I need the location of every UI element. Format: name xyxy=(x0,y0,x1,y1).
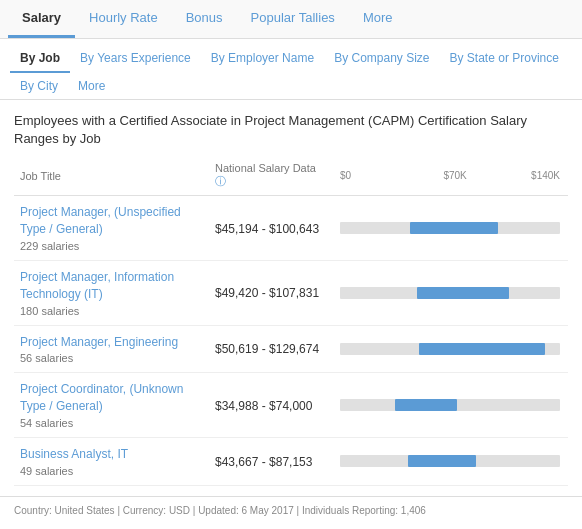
axis-label-70k: $70K xyxy=(443,170,466,181)
content-title: Employees with a Certified Associate in … xyxy=(14,112,568,148)
subtab-bar: By JobBy Years ExperienceBy Employer Nam… xyxy=(0,39,582,100)
salary-count: 229 salaries xyxy=(20,240,203,252)
tab-salary[interactable]: Salary xyxy=(8,0,75,38)
subtab-by-state-or-province[interactable]: By State or Province xyxy=(440,45,569,73)
th-national-salary: National Salary Data ⓘ xyxy=(209,158,334,196)
subtab-by-company-size[interactable]: By Company Size xyxy=(324,45,439,73)
job-title-link[interactable]: Business Analyst, IT xyxy=(20,446,203,463)
job-title-link[interactable]: Project Manager, (Unspecified Type / Gen… xyxy=(20,204,203,238)
th-job-title: Job Title xyxy=(14,158,209,196)
bar-cell xyxy=(334,373,568,438)
salary-range: $50,619 - $129,674 xyxy=(209,325,334,373)
tab-hourly-rate[interactable]: Hourly Rate xyxy=(75,0,172,38)
bar-foreground xyxy=(408,455,476,467)
table-row: Project Coordinator, (Unknown Type / Gen… xyxy=(14,373,568,438)
salary-table: Job TitleNational Salary Data ⓘ$0$70K$14… xyxy=(14,158,568,485)
salary-count: 54 salaries xyxy=(20,417,203,429)
axis-label-140k: $140K xyxy=(531,170,560,181)
table-row: Project Manager, Information Technology … xyxy=(14,260,568,325)
tab-bonus[interactable]: Bonus xyxy=(172,0,237,38)
bar-foreground xyxy=(395,399,457,411)
salary-count: 56 salaries xyxy=(20,352,203,364)
salary-range: $49,420 - $107,831 xyxy=(209,260,334,325)
bar-cell xyxy=(334,325,568,373)
salary-count: 180 salaries xyxy=(20,305,203,317)
bar-foreground xyxy=(417,287,509,299)
salary-range: $45,194 - $100,643 xyxy=(209,196,334,261)
bar-cell xyxy=(334,437,568,485)
job-title-link[interactable]: Project Manager, Engineering xyxy=(20,334,203,351)
bar-foreground xyxy=(419,343,544,355)
subtab-by-years-experience[interactable]: By Years Experience xyxy=(70,45,201,73)
tab-bar: SalaryHourly RateBonusPopular TalliesMor… xyxy=(0,0,582,39)
bar-foreground xyxy=(410,222,498,234)
subtab-more[interactable]: More xyxy=(68,73,115,99)
table-row: Project Manager, (Unspecified Type / Gen… xyxy=(14,196,568,261)
bar-cell xyxy=(334,260,568,325)
subtab-by-job[interactable]: By Job xyxy=(10,45,70,73)
table-row: Business Analyst, IT49 salaries$43,667 -… xyxy=(14,437,568,485)
tab-popular-tallies[interactable]: Popular Tallies xyxy=(237,0,349,38)
job-title-link[interactable]: Project Coordinator, (Unknown Type / Gen… xyxy=(20,381,203,415)
salary-range: $34,988 - $74,000 xyxy=(209,373,334,438)
salary-count: 49 salaries xyxy=(20,465,203,477)
salary-range: $43,667 - $87,153 xyxy=(209,437,334,485)
th-chart: $0$70K$140K xyxy=(334,158,568,196)
bar-cell xyxy=(334,196,568,261)
subtab-by-employer-name[interactable]: By Employer Name xyxy=(201,45,324,73)
table-row: Project Manager, Engineering56 salaries$… xyxy=(14,325,568,373)
tab-more[interactable]: More xyxy=(349,0,407,38)
axis-label-0: $0 xyxy=(340,170,351,181)
job-title-link[interactable]: Project Manager, Information Technology … xyxy=(20,269,203,303)
subtab-by-city[interactable]: By City xyxy=(10,73,68,99)
footer: Country: United States | Currency: USD |… xyxy=(0,496,582,524)
